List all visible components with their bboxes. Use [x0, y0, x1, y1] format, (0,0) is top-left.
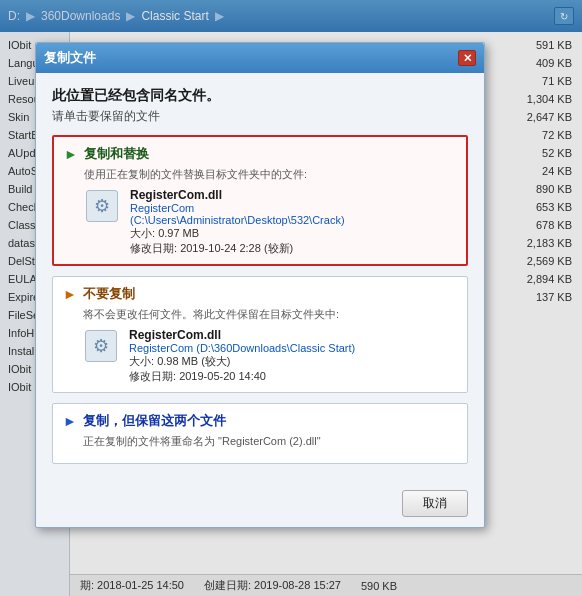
option2-filename: RegisterCom.dll — [129, 328, 457, 342]
option1-date: 修改日期: 2019-10-24 2:28 (较新) — [130, 241, 456, 256]
option2-size-value: 0.98 MB (较大) — [157, 355, 230, 367]
option2-file-icon — [83, 328, 119, 364]
option2-file-info: RegisterCom.dll RegisterCom (D:\360Downl… — [63, 328, 457, 384]
option-copy-replace[interactable]: ► 复制和替换 使用正在复制的文件替换目标文件夹中的文件: RegisterCo… — [52, 135, 468, 266]
option2-date: 修改日期: 2019-05-20 14:40 — [129, 369, 457, 384]
option2-arrow: ► — [63, 286, 77, 302]
copy-file-dialog: 复制文件 ✕ 此位置已经包含同名文件。 请单击要保留的文件 ► 复制和替换 使用… — [35, 42, 485, 528]
option2-title: 不要复制 — [83, 285, 135, 303]
dialog-headline: 此位置已经包含同名文件。 — [52, 87, 468, 105]
option1-size: 大小: 0.97 MB — [130, 226, 456, 241]
option1-desc: 使用正在复制的文件替换目标文件夹中的文件: — [64, 167, 456, 182]
option2-file-details: RegisterCom.dll RegisterCom (D:\360Downl… — [129, 328, 457, 384]
option2-header: ► 不要复制 — [63, 285, 457, 303]
option2-desc: 将不会更改任何文件。将此文件保留在目标文件夹中: — [63, 307, 457, 322]
option1-filename: RegisterCom.dll — [130, 188, 456, 202]
option-no-copy[interactable]: ► 不要复制 将不会更改任何文件。将此文件保留在目标文件夹中: Register… — [52, 276, 468, 393]
option3-title: 复制，但保留这两个文件 — [83, 412, 226, 430]
option1-date-value: 2019-10-24 2:28 (较新) — [180, 242, 293, 254]
option2-date-value: 2019-05-20 14:40 — [179, 370, 266, 382]
dll-icon — [86, 190, 118, 222]
option1-file-details: RegisterCom.dll RegisterCom(C:\Users\Adm… — [130, 188, 456, 256]
option1-filepath: RegisterCom(C:\Users\Administrator\Deskt… — [130, 202, 456, 226]
dialog-titlebar: 复制文件 ✕ — [36, 43, 484, 73]
option3-header: ► 复制，但保留这两个文件 — [63, 412, 457, 430]
option1-size-value: 0.97 MB — [158, 227, 199, 239]
option1-file-info: RegisterCom.dll RegisterCom(C:\Users\Adm… — [64, 188, 456, 256]
option1-title: 复制和替换 — [84, 145, 149, 163]
option-keep-both[interactable]: ► 复制，但保留这两个文件 正在复制的文件将重命名为 "RegisterCom … — [52, 403, 468, 464]
option1-file-icon — [84, 188, 120, 224]
dll-icon-2 — [85, 330, 117, 362]
dialog-close-button[interactable]: ✕ — [458, 50, 476, 66]
option1-header: ► 复制和替换 — [64, 145, 456, 163]
option3-desc: 正在复制的文件将重命名为 "RegisterCom (2).dll" — [63, 434, 457, 449]
option1-arrow: ► — [64, 146, 78, 162]
dialog-footer: 取消 — [36, 484, 484, 527]
dialog-title: 复制文件 — [44, 49, 96, 67]
option3-arrow: ► — [63, 413, 77, 429]
dialog-subtext: 请单击要保留的文件 — [52, 108, 468, 125]
option2-filepath: RegisterCom (D:\360Downloads\Classic Sta… — [129, 342, 457, 354]
cancel-button[interactable]: 取消 — [402, 490, 468, 517]
option2-size: 大小: 0.98 MB (较大) — [129, 354, 457, 369]
dialog-body: 此位置已经包含同名文件。 请单击要保留的文件 ► 复制和替换 使用正在复制的文件… — [36, 73, 484, 484]
